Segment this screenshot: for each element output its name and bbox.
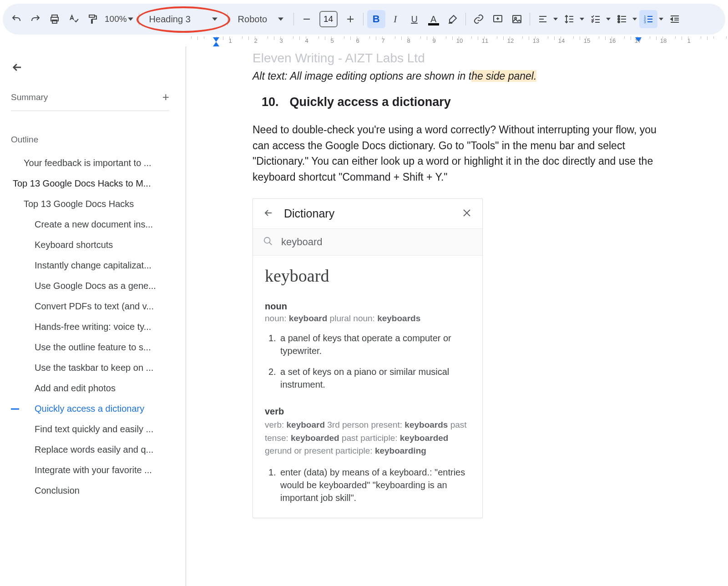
separator [465,13,466,25]
ruler-number: 9 [432,37,435,44]
outline-item[interactable]: Keyboard shortcuts [11,235,173,255]
ruler-number: 7 [381,37,384,44]
outline-item[interactable]: Hands-free writing: voice ty... [11,317,173,337]
svg-point-21 [618,15,620,17]
definition-item: 1.enter (data) by means of a keyboard.: … [268,466,470,504]
outline-item[interactable]: Use Google Docs as a gene... [11,276,173,296]
ruler-number: 18 [660,37,667,44]
dictionary-close-icon[interactable] [461,207,472,220]
toolbar: 100% Heading 3 Roboto 14 B I U A [3,4,725,35]
outline-item[interactable]: Replace words easily and q... [11,440,173,460]
checklist-button[interactable] [586,10,605,28]
paragraph-style-value: Heading 3 [149,14,191,25]
ruler[interactable]: 1234567891011121314151617181 [186,36,728,46]
redo-button[interactable] [26,10,45,28]
svg-rect-3 [89,15,95,17]
outline-label: Outline [11,135,173,145]
noun-definitions: 1.a panel of keys that operate a compute… [265,332,470,391]
outline-item[interactable]: Quickly access a dictionary [11,399,173,419]
ruler-number: 10 [456,37,463,44]
dictionary-panel: Dictionary keyboard keyboard noun noun: … [253,198,483,518]
paragraph-style-select[interactable]: Heading 3 [143,9,224,29]
heading-text: Quickly access a dictionary [290,95,451,109]
outline-item[interactable]: Convert PDFs to text (and v... [11,296,173,317]
outline-item[interactable]: Your feedback is important to ... [11,153,173,173]
dictionary-search-value: keyboard [281,236,323,248]
font-family-value: Roboto [238,14,268,25]
zoom-select[interactable]: 100% [103,14,135,24]
checklist-dropdown[interactable] [605,18,612,20]
align-dropdown[interactable] [552,18,559,20]
line-spacing-dropdown[interactable] [578,18,586,20]
print-button[interactable] [46,10,64,28]
font-size-input[interactable]: 14 [319,11,338,27]
spellcheck-button[interactable] [65,10,83,28]
summary-row[interactable]: Summary + [11,90,169,111]
numbered-list-dropdown[interactable] [657,18,665,20]
undo-button[interactable] [7,10,25,28]
outline-item[interactable]: Top 13 Google Docs Hacks to M... [11,173,173,194]
ruler-number: 6 [356,37,359,44]
outline-item[interactable]: Add and edit photos [11,378,173,399]
summary-label: Summary [11,92,48,102]
numbered-list-button[interactable]: 123 [639,10,657,28]
add-summary-icon[interactable]: + [162,90,169,104]
separator [228,13,228,25]
outline-active-indicator [11,408,19,409]
definition-item: 2.a set of keys on a piano or similar mu… [268,365,470,391]
alt-text-line: Alt text: All image editing options are … [253,70,664,82]
bulleted-list-button[interactable] [613,10,631,28]
dictionary-back-icon[interactable] [263,207,274,220]
ruler-right-indent[interactable] [635,37,642,42]
dictionary-header: Dictionary [253,199,482,229]
decrease-indent-button[interactable] [666,10,684,28]
outline-item[interactable]: Use the outline feature to s... [11,337,173,358]
outline-item[interactable]: Instantly change capitalizat... [11,255,173,276]
separator [293,13,294,25]
line-spacing-button[interactable] [560,10,578,28]
heading-3: 10. Quickly access a dictionary [253,95,664,109]
insert-comment-button[interactable] [489,10,507,28]
ruler-number: 8 [407,37,410,44]
ruler-number: 13 [533,37,539,44]
dictionary-word: keyboard [265,266,470,286]
separator [139,13,139,25]
document-area[interactable]: Eleven Writing - AIZT Labs Ltd Alt text:… [186,46,728,586]
ruler-number: 11 [482,37,488,44]
heading-number: 10. [253,95,279,109]
bulleted-list-dropdown[interactable] [631,18,638,20]
font-family-select[interactable]: Roboto [232,9,290,29]
pos-noun-label: noun [265,301,470,312]
underline-button[interactable]: U [405,10,424,28]
bold-button[interactable]: B [367,10,385,28]
dictionary-search[interactable]: keyboard [253,229,482,256]
ruler-number: 14 [558,37,565,44]
increase-font-size-button[interactable] [341,10,359,28]
outline-item[interactable]: Integrate with your favorite ... [11,460,173,480]
ruler-left-indent[interactable] [213,42,219,46]
decrease-font-size-button[interactable] [298,10,316,28]
dictionary-title: Dictionary [284,207,334,220]
paint-format-button[interactable] [84,10,102,28]
ruler-number: 1 [687,37,690,44]
italic-button[interactable]: I [386,10,404,28]
insert-link-button[interactable] [470,10,488,28]
outline-list: Your feedback is important to ...Top 13 … [11,153,173,501]
outline-item[interactable]: Find text quickly and easily ... [11,419,173,440]
outline-panel: Summary + Outline Your feedback is impor… [0,50,182,586]
text-color-button[interactable]: A [425,10,443,28]
verb-definitions: 1.enter (data) by means of a keyboard.: … [265,466,470,504]
outline-item[interactable]: Use the taskbar to keep on ... [11,358,173,378]
outline-back-button[interactable] [11,61,173,76]
outline-item[interactable]: Top 13 Google Docs Hacks [11,194,173,214]
svg-point-23 [618,21,620,23]
insert-image-button[interactable] [508,10,526,28]
outline-item[interactable]: Conclusion [11,480,173,501]
svg-rect-10 [513,15,521,23]
verb-forms: verb: keyboard 3rd person present: keybo… [265,419,470,458]
svg-point-39 [264,237,270,243]
align-button[interactable] [534,10,552,28]
highlight-color-button[interactable] [444,10,462,28]
outline-item[interactable]: Create a new document ins... [11,214,173,235]
ruler-first-line-indent[interactable] [213,37,219,42]
